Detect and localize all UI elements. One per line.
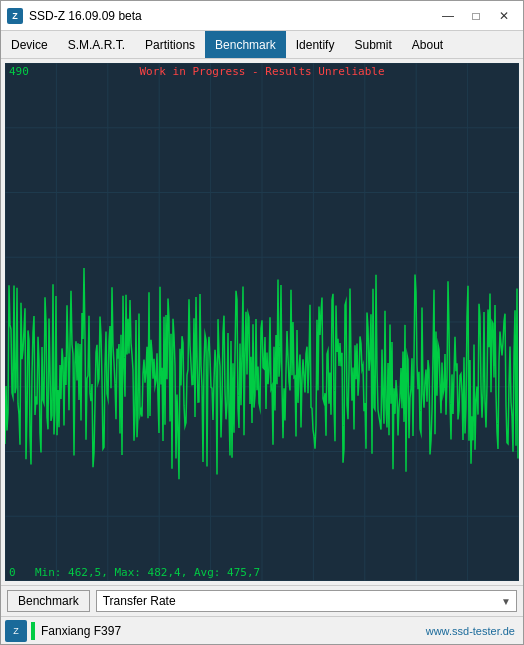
menu-item-submit[interactable]: Submit — [344, 31, 401, 58]
maximize-button[interactable]: □ — [463, 6, 489, 26]
dropdown-container: Transfer Rate Access Time IOPS ▼ — [96, 590, 517, 612]
benchmark-button[interactable]: Benchmark — [7, 590, 90, 612]
chart-y-min: 0 — [9, 566, 16, 579]
menu-item-partitions[interactable]: Partitions — [135, 31, 205, 58]
menu-bar: Device S.M.A.R.T. Partitions Benchmark I… — [1, 31, 523, 59]
benchmark-canvas — [5, 63, 519, 581]
chart-y-max: 490 — [9, 65, 29, 78]
title-bar-left: Z SSD-Z 16.09.09 beta — [7, 8, 142, 24]
metric-dropdown[interactable]: Transfer Rate Access Time IOPS — [96, 590, 517, 612]
menu-item-device[interactable]: Device — [1, 31, 58, 58]
menu-item-smart[interactable]: S.M.A.R.T. — [58, 31, 135, 58]
menu-item-benchmark[interactable]: Benchmark — [205, 31, 286, 58]
chart-area: 490 Work in Progress - Results Unreliabl… — [5, 63, 519, 581]
minimize-button[interactable]: — — [435, 6, 461, 26]
status-app-icon: Z — [5, 620, 27, 642]
title-bar: Z SSD-Z 16.09.09 beta — □ ✕ — [1, 1, 523, 31]
drive-name: Fanxiang F397 — [41, 624, 426, 638]
main-window: Z SSD-Z 16.09.09 beta — □ ✕ Device S.M.A… — [0, 0, 524, 645]
chart-stats: Min: 462,5, Max: 482,4, Avg: 475,7 — [35, 566, 260, 579]
drive-activity-indicator — [31, 622, 35, 640]
title-controls: — □ ✕ — [435, 6, 517, 26]
menu-item-about[interactable]: About — [402, 31, 453, 58]
window-title: SSD-Z 16.09.09 beta — [29, 9, 142, 23]
status-bar: Z Fanxiang F397 www.ssd-tester.de — [1, 616, 523, 644]
menu-item-identify[interactable]: Identify — [286, 31, 345, 58]
app-icon: Z — [7, 8, 23, 24]
controls-bar: Benchmark Transfer Rate Access Time IOPS… — [1, 585, 523, 616]
chart-title: Work in Progress - Results Unreliable — [139, 65, 384, 78]
close-button[interactable]: ✕ — [491, 6, 517, 26]
website-link: www.ssd-tester.de — [426, 625, 515, 637]
